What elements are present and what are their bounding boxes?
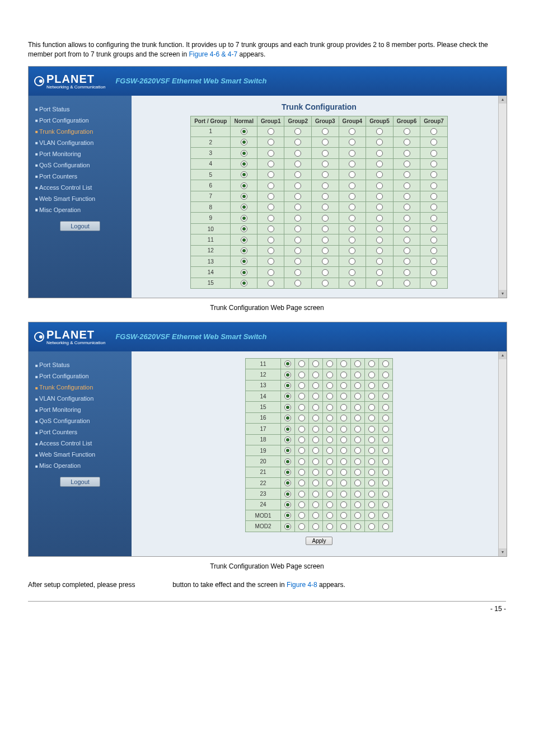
radio-cell[interactable] [284, 126, 312, 137]
radio-cell[interactable] [309, 391, 323, 402]
radio-group-icon[interactable] [312, 501, 319, 508]
radio-group-icon[interactable] [340, 523, 347, 530]
radio-cell[interactable] [281, 477, 295, 488]
radio-cell[interactable] [257, 267, 284, 278]
radio-cell[interactable] [231, 158, 257, 169]
radio-group-icon[interactable] [322, 247, 329, 254]
radio-group-icon[interactable] [340, 501, 347, 508]
radio-cell[interactable] [231, 245, 257, 256]
radio-cell[interactable] [337, 499, 351, 510]
radio-cell[interactable] [366, 234, 394, 245]
radio-normal-icon[interactable] [241, 204, 247, 210]
radio-group-icon[interactable] [404, 269, 410, 276]
radio-cell[interactable] [337, 412, 351, 423]
radio-cell[interactable] [339, 158, 366, 169]
radio-cell[interactable] [309, 467, 323, 477]
radio-cell[interactable] [295, 369, 309, 380]
radio-cell[interactable] [337, 391, 351, 402]
radio-group-icon[interactable] [298, 415, 305, 421]
radio-cell[interactable] [281, 424, 295, 434]
radio-group-icon[interactable] [376, 150, 383, 157]
radio-cell[interactable] [379, 369, 393, 380]
radio-cell[interactable] [309, 456, 323, 467]
sidebar-item-port-counters[interactable]: Port Counters [35, 426, 125, 438]
radio-group-icon[interactable] [294, 269, 301, 276]
radio-cell[interactable] [231, 213, 257, 223]
radio-cell[interactable] [366, 213, 394, 223]
radio-cell[interactable] [312, 278, 339, 288]
radio-group-icon[interactable] [430, 171, 437, 178]
radio-cell[interactable] [231, 234, 257, 245]
radio-group-icon[interactable] [294, 150, 301, 157]
radio-group-icon[interactable] [368, 469, 375, 476]
radio-cell[interactable] [337, 424, 351, 434]
radio-group-icon[interactable] [354, 480, 361, 486]
sidebar-item-vlan-configuration[interactable]: VLAN Configuration [35, 137, 125, 148]
radio-cell[interactable] [323, 467, 337, 477]
radio-group-icon[interactable] [340, 393, 347, 400]
radio-cell[interactable] [281, 358, 295, 369]
radio-group-icon[interactable] [326, 426, 333, 433]
radio-cell[interactable] [323, 477, 337, 488]
radio-cell[interactable] [257, 278, 284, 288]
radio-cell[interactable] [351, 467, 365, 477]
radio-group-icon[interactable] [268, 258, 274, 265]
radio-group-icon[interactable] [382, 491, 389, 497]
radio-cell[interactable] [379, 477, 393, 488]
radio-cell[interactable] [281, 434, 295, 445]
radio-cell[interactable] [393, 180, 420, 191]
radio-cell[interactable] [337, 445, 351, 456]
radio-cell[interactable] [366, 245, 394, 256]
radio-group-icon[interactable] [312, 447, 319, 454]
radio-cell[interactable] [379, 402, 393, 412]
radio-cell[interactable] [312, 191, 339, 201]
radio-group-icon[interactable] [404, 204, 410, 210]
radio-group-icon[interactable] [340, 512, 347, 519]
radio-group-icon[interactable] [376, 161, 383, 167]
radio-cell[interactable] [366, 256, 394, 266]
radio-cell[interactable] [379, 424, 393, 434]
radio-normal-icon[interactable] [241, 182, 247, 189]
radio-cell[interactable] [420, 256, 448, 266]
radio-cell[interactable] [365, 424, 379, 434]
radio-cell[interactable] [284, 148, 312, 158]
radio-group-icon[interactable] [349, 204, 355, 210]
radio-cell[interactable] [351, 402, 365, 412]
radio-group-icon[interactable] [430, 280, 437, 287]
radio-cell[interactable] [231, 126, 257, 137]
radio-group-icon[interactable] [376, 280, 383, 287]
radio-group-icon[interactable] [268, 193, 274, 200]
radio-group-icon[interactable] [312, 360, 319, 367]
sidebar-item-port-monitoring[interactable]: Port Monitoring [35, 148, 125, 159]
radio-cell[interactable] [420, 170, 448, 180]
radio-group-icon[interactable] [340, 404, 347, 411]
radio-group-icon[interactable] [354, 404, 361, 411]
radio-cell[interactable] [257, 126, 284, 137]
radio-cell[interactable] [379, 489, 393, 499]
radio-normal-icon[interactable] [284, 480, 291, 486]
radio-normal-icon[interactable] [284, 415, 291, 421]
radio-cell[interactable] [309, 402, 323, 412]
radio-normal-icon[interactable] [241, 193, 247, 200]
radio-group-icon[interactable] [268, 247, 274, 254]
sidebar-item-port-configuration[interactable]: Port Configuration [35, 115, 125, 126]
radio-group-icon[interactable] [322, 182, 329, 189]
radio-cell[interactable] [393, 278, 420, 288]
radio-group-icon[interactable] [368, 426, 375, 433]
radio-group-icon[interactable] [430, 247, 437, 254]
radio-cell[interactable] [351, 412, 365, 423]
radio-cell[interactable] [351, 510, 365, 521]
radio-cell[interactable] [295, 521, 309, 532]
scroll-down-icon[interactable]: ▾ [499, 290, 507, 298]
radio-group-icon[interactable] [340, 426, 347, 433]
radio-cell[interactable] [393, 256, 420, 266]
radio-cell[interactable] [366, 267, 394, 278]
radio-group-icon[interactable] [376, 182, 383, 189]
radio-group-icon[interactable] [312, 436, 319, 443]
radio-cell[interactable] [339, 202, 366, 213]
radio-cell[interactable] [284, 137, 312, 147]
radio-group-icon[interactable] [298, 447, 305, 454]
radio-group-icon[interactable] [354, 523, 361, 530]
radio-cell[interactable] [284, 245, 312, 256]
radio-cell[interactable] [393, 223, 420, 234]
